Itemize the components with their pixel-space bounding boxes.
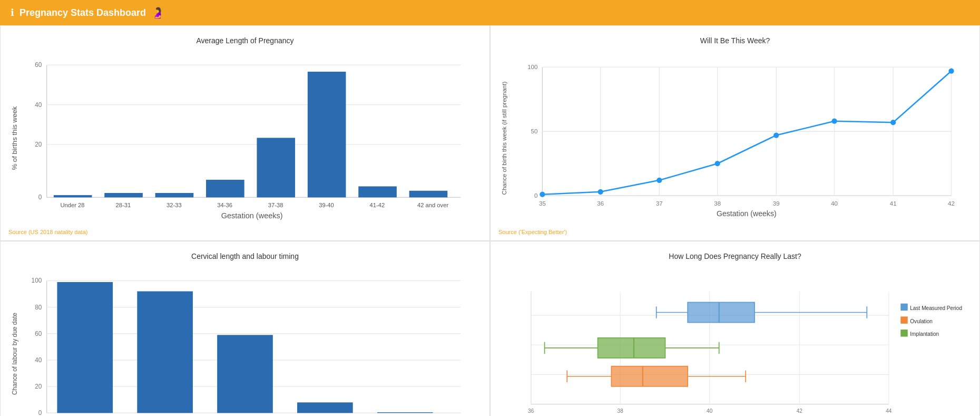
- svg-text:60: 60: [35, 61, 42, 69]
- svg-text:100: 100: [32, 277, 42, 285]
- panel-will-it-be: Will It Be This Week? Chance of birth th…: [490, 25, 980, 241]
- cervical-svg: Chance of labour by due date 0 20 40 60 …: [8, 266, 482, 416]
- will-it-be-svg: Chance of birth this week (if still preg…: [498, 50, 972, 226]
- svg-text:32-33: 32-33: [166, 202, 182, 208]
- info-icon: ℹ: [11, 7, 14, 18]
- legend-lmp-label: Last Measured Period: [910, 305, 962, 311]
- legend-implantation-box: [900, 330, 907, 336]
- x-axis-title: Gestation (weeks): [221, 211, 283, 220]
- source-will-it-be[interactable]: Source ('Expecting Better'): [498, 229, 972, 235]
- legend-ovulation-box: [900, 316, 907, 323]
- svg-text:0: 0: [38, 194, 42, 201]
- panel-will-it-be-title: Will It Be This Week?: [498, 36, 972, 45]
- panel-cervical-title: Cervical length and labour timing: [8, 252, 482, 260]
- box-lmp: [688, 303, 754, 323]
- svg-text:Under 28: Under 28: [60, 202, 84, 208]
- dot-39: [773, 132, 779, 138]
- dot-40: [831, 119, 837, 124]
- x-axis-title-right: Gestation (weeks): [717, 209, 777, 218]
- legend-lmp-box: [900, 304, 907, 311]
- svg-text:38: 38: [714, 200, 721, 207]
- svg-text:50: 50: [531, 128, 538, 134]
- bar-40-60: [217, 335, 273, 413]
- svg-text:0: 0: [534, 192, 537, 199]
- pregnancy-length-chart: 36 38 40 42 44: [498, 266, 972, 416]
- svg-text:40: 40: [35, 356, 42, 364]
- svg-text:0: 0: [38, 409, 42, 416]
- legend-implantation-label: Implantation: [910, 332, 939, 337]
- cervical-y-label: Chance of labour by due date: [11, 313, 18, 395]
- y-axis-label: % of births this week: [11, 106, 18, 170]
- panel-avg-length-title: Average Length of Pregnancy: [8, 36, 482, 45]
- svg-text:39: 39: [773, 200, 780, 207]
- cervical-chart: Chance of labour by due date 0 20 40 60 …: [8, 266, 482, 416]
- dot-42: [948, 69, 954, 74]
- box-ovulation: [611, 366, 688, 386]
- panel-cervical: Cervical length and labour timing Chance…: [0, 241, 490, 416]
- svg-text:80: 80: [35, 304, 42, 311]
- bar-39-40: [308, 72, 346, 197]
- avg-length-svg: % of births this week 60 40 20 0 Under 2…: [8, 50, 482, 226]
- svg-text:38: 38: [618, 408, 624, 414]
- will-it-be-chart: Chance of birth this week (if still preg…: [498, 50, 972, 226]
- svg-text:20: 20: [35, 141, 42, 148]
- dot-38: [715, 161, 720, 166]
- panel-pregnancy-length-title: How Long Does Pregnancy Really Last?: [498, 252, 972, 260]
- svg-text:39-40: 39-40: [319, 202, 334, 208]
- bar-20-40: [297, 402, 353, 413]
- avg-length-chart: % of births this week 60 40 20 0 Under 2…: [8, 50, 482, 226]
- bar-42-over: [409, 191, 448, 198]
- bar-41-42: [358, 186, 397, 197]
- app-title: Pregnancy Stats Dashboard: [19, 7, 146, 18]
- bar-60-80: [137, 292, 193, 413]
- source-avg-length[interactable]: Source (US 2018 natality data): [8, 229, 482, 235]
- bar-28-31: [104, 193, 143, 197]
- svg-text:42: 42: [948, 200, 955, 207]
- svg-text:40: 40: [35, 101, 42, 109]
- dot-36: [598, 189, 603, 195]
- svg-text:42: 42: [797, 408, 803, 414]
- legend-ovulation-label: Ovulation: [910, 318, 933, 324]
- svg-text:20: 20: [35, 383, 42, 390]
- svg-text:36: 36: [528, 408, 534, 414]
- panel-avg-length: Average Length of Pregnancy % of births …: [0, 25, 490, 241]
- bar-37-38: [257, 138, 295, 197]
- svg-text:37-38: 37-38: [268, 202, 283, 208]
- y-axis-label-right: Chance of birth this week (if still preg…: [501, 82, 507, 195]
- svg-text:28-31: 28-31: [116, 202, 131, 208]
- box-implantation: [598, 338, 665, 358]
- svg-text:41: 41: [890, 200, 897, 207]
- pregnant-emoji: 🤰: [151, 6, 164, 19]
- line-chart-line: [542, 71, 951, 195]
- svg-text:44: 44: [886, 408, 892, 414]
- svg-text:35: 35: [539, 200, 546, 207]
- bar-under28: [54, 195, 92, 197]
- svg-text:37: 37: [656, 200, 663, 207]
- bar-34-36: [206, 180, 244, 197]
- dot-37: [656, 178, 662, 183]
- bar-32-33: [155, 193, 194, 197]
- pregnancy-length-svg: 36 38 40 42 44: [498, 266, 972, 416]
- dot-35: [540, 192, 545, 197]
- dashboard: Average Length of Pregnancy % of births …: [0, 25, 980, 416]
- svg-text:42 and over: 42 and over: [417, 202, 449, 208]
- svg-text:34-36: 34-36: [217, 202, 232, 208]
- svg-text:100: 100: [527, 64, 537, 70]
- svg-text:36: 36: [597, 200, 604, 207]
- bar-gt80: [57, 282, 113, 413]
- header: ℹ Pregnancy Stats Dashboard 🤰: [0, 0, 980, 25]
- bar-0-20: [377, 412, 433, 413]
- svg-text:40: 40: [831, 200, 838, 207]
- svg-text:60: 60: [35, 330, 42, 337]
- svg-text:41-42: 41-42: [370, 202, 385, 208]
- panel-pregnancy-length: How Long Does Pregnancy Really Last? 36 …: [490, 241, 980, 416]
- dot-41: [890, 120, 896, 125]
- svg-text:40: 40: [707, 408, 713, 414]
